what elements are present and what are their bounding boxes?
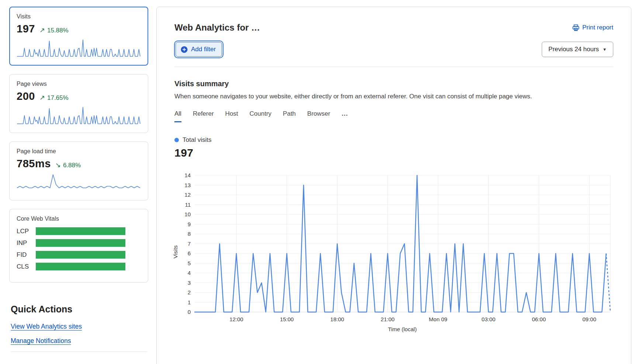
svg-text:13: 13 [184,182,191,188]
page-load-time-sparkline [17,174,141,192]
time-period-value: Previous 24 hours [548,46,599,53]
trend-down-icon: ↘ [55,161,61,169]
svg-text:10: 10 [184,211,191,217]
trend-up-icon: ↗ [39,94,45,102]
page-title: Web Analytics for … [174,22,260,33]
print-report-label: Print report [582,24,613,31]
stat-card-visits-stat: 197 ↗ 15.88% [17,23,141,35]
cwv-lcp-label: LCP [17,228,36,235]
cwv-cls-bar [36,263,125,270]
svg-text:03:00: 03:00 [482,316,496,322]
add-filter-button[interactable]: Add filter [176,42,222,57]
page-load-time-delta: ↘ 6.88% [55,161,81,169]
sidebar: Visits 197 ↗ 15.88% Page views 200 ↗ 17.… [9,7,148,364]
cwv-fid-bar [36,251,125,259]
core-web-vitals-card[interactable]: Core Web Vitals LCP INP FID CLS [9,209,148,283]
stat-card-page-views[interactable]: Page views 200 ↗ 17.65% [9,74,148,133]
stat-card-page-load-time[interactable]: Page load time 785ms ↘ 6.88% [9,141,148,200]
cwv-inp-label: INP [17,239,36,247]
tab-more-ellipsis-icon[interactable]: ... [341,110,348,122]
cwv-fid-label: FID [17,251,36,259]
svg-text:06:00: 06:00 [532,316,546,322]
svg-text:2: 2 [188,289,191,295]
svg-text:09:00: 09:00 [582,316,596,322]
svg-text:1: 1 [188,299,191,305]
svg-text:14: 14 [184,172,191,178]
cwv-inp-bar [36,239,125,247]
tab-path[interactable]: Path [283,110,296,122]
tab-all[interactable]: All [174,110,181,122]
core-web-vitals-title: Core Web Vitals [17,216,141,222]
svg-text:11: 11 [185,202,191,208]
trend-up-icon: ↗ [39,26,45,34]
cwv-row-cls: CLS [17,263,141,270]
svg-text:Time (local): Time (local) [388,326,417,332]
manage-notifications-link[interactable]: Manage Notifications [11,337,71,345]
visits-delta: ↗ 15.88% [39,26,69,34]
stat-card-page-load-time-stat: 785ms ↘ 6.88% [17,158,141,170]
core-web-vitals-rows: LCP INP FID CLS [17,227,141,270]
tab-host[interactable]: Host [225,110,238,122]
page-load-time-value: 785ms [17,158,51,170]
svg-text:21:00: 21:00 [381,316,395,322]
cwv-cls-label: CLS [17,263,36,270]
cwv-row-fid: FID [17,251,141,259]
svg-text:5: 5 [188,260,191,266]
page: Visits 197 ↗ 15.88% Page views 200 ↗ 17.… [0,0,638,364]
cwv-row-lcp: LCP [17,227,141,235]
tab-country[interactable]: Country [250,110,272,122]
time-period-dropdown[interactable]: Previous 24 hours ▼ [542,42,613,57]
add-filter-label: Add filter [191,46,216,53]
tab-browser[interactable]: Browser [307,110,330,122]
print-report-link[interactable]: Print report [572,24,613,31]
page-views-value: 200 [17,90,35,102]
tab-referer[interactable]: Referer [193,110,214,122]
visits-line-chart: 0123456789101112131412:0015:0018:0021:00… [171,170,613,335]
cwv-lcp-bar [36,227,125,235]
visits-sparkline [17,39,141,57]
visits-summary-description: When someone navigates to your website, … [174,93,613,100]
visits-summary-title: Visits summary [174,80,613,88]
svg-text:15:00: 15:00 [280,316,294,322]
svg-text:12:00: 12:00 [229,316,243,322]
panel-header: Web Analytics for … Print report [157,7,631,67]
legend-label: Total visits [183,136,211,144]
svg-text:3: 3 [188,280,191,286]
cwv-row-inp: INP [17,239,141,247]
legend-dot-icon [174,138,179,142]
svg-text:18:00: 18:00 [330,316,344,322]
svg-text:12: 12 [184,192,191,198]
stat-card-page-load-time-label: Page load time [17,148,141,155]
dimension-tabs: All Referer Host Country Path Browser ..… [174,110,613,122]
visits-summary-section: Visits summary When someone navigates to… [157,67,631,335]
visits-delta-value: 15.88% [47,27,69,34]
stat-card-page-views-stat: 200 ↗ 17.65% [17,90,141,102]
chevron-down-icon: ▼ [603,47,607,52]
page-views-delta: ↗ 17.65% [39,94,69,102]
svg-text:Visits: Visits [172,245,178,259]
plus-circle-icon [181,46,188,53]
page-views-sparkline [17,106,141,125]
svg-text:0: 0 [188,309,191,315]
svg-text:9: 9 [188,221,191,227]
svg-text:7: 7 [188,241,191,247]
view-web-analytics-sites-link[interactable]: View Web Analytics sites [11,323,82,330]
quick-actions-divider [11,351,147,352]
stat-card-visits[interactable]: Visits 197 ↗ 15.88% [9,7,148,66]
visits-value: 197 [17,23,35,35]
quick-actions-title: Quick Actions [11,304,148,315]
total-visits-value: 197 [174,147,613,159]
stat-card-page-views-label: Page views [17,81,141,87]
quick-actions: Quick Actions View Web Analytics sites M… [9,304,148,352]
svg-text:4: 4 [188,270,191,276]
chart-legend: Total visits [174,136,613,144]
svg-text:8: 8 [188,231,191,237]
svg-text:6: 6 [188,250,191,256]
svg-text:Mon 09: Mon 09 [429,316,447,322]
printer-icon [572,24,579,31]
page-views-delta-value: 17.65% [47,94,69,102]
web-analytics-panel: Web Analytics for … Print report [156,7,631,364]
stat-card-visits-label: Visits [17,13,141,20]
page-load-time-delta-value: 6.88% [63,162,81,169]
